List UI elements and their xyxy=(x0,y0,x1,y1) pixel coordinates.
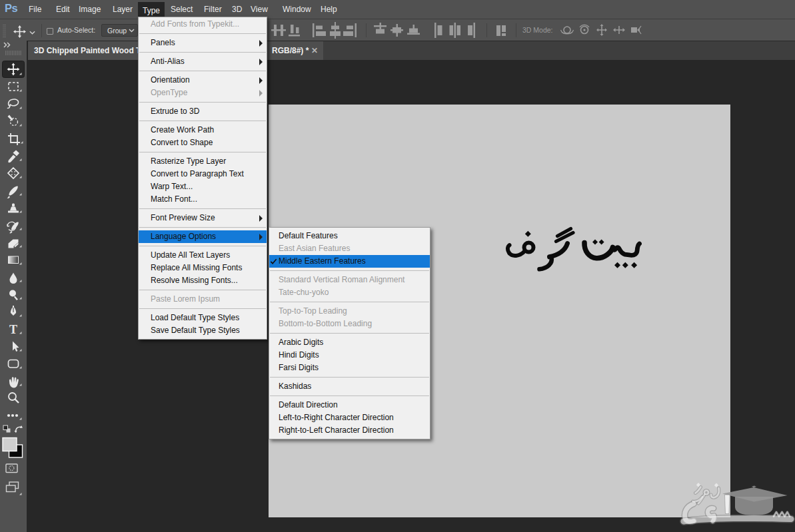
svg-text:3D Mode:: 3D Mode: xyxy=(522,26,553,34)
svg-text:T: T xyxy=(9,323,17,336)
